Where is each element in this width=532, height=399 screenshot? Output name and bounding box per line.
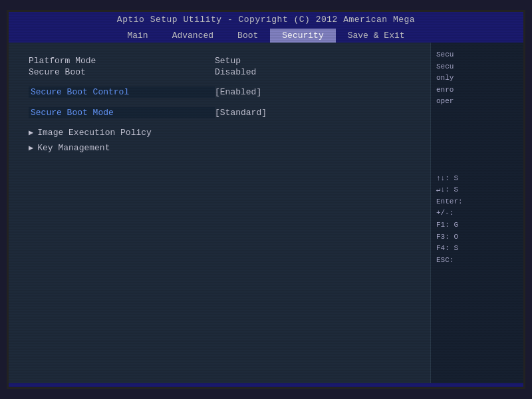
key-plusminus: +/-: [436, 207, 518, 219]
sidebar-line-3: only [436, 72, 518, 84]
sidebar-line-2: Secu [436, 61, 518, 73]
image-execution-label: Image Execution Policy [37, 128, 152, 138]
header-bar: Aptio Setup Utility - Copyright (C) 2012… [9, 12, 523, 27]
sidebar-keys: ↑↓: S ↵↓: S Enter: +/-: F1: G F3: O F4: … [436, 173, 518, 267]
key-enter2: Enter: [436, 196, 518, 208]
key-updown: ↑↓: S [436, 173, 518, 185]
header-title: Aptio Setup Utility - Copyright (C) 2012… [117, 15, 415, 25]
help-bar [9, 383, 523, 387]
key-f1: F1: G [436, 219, 518, 231]
secure-boot-control-value: [Enabled] [215, 87, 261, 97]
key-enter: ↵↓: S [436, 184, 518, 196]
key-f4: F4: S [436, 243, 518, 255]
platform-mode-value: Setup [215, 56, 241, 66]
secure-boot-control-label: Secure Boot Control [29, 86, 215, 98]
tab-save-exit[interactable]: Save & Exit [336, 29, 417, 43]
secure-boot-value: Disabled [215, 67, 256, 77]
sidebar-line-4: enro [436, 84, 518, 96]
key-management-label: Key Management [37, 143, 110, 153]
main-content: Platform Mode Setup Secure Boot Disabled… [9, 43, 523, 383]
platform-mode-row: Platform Mode Setup [29, 56, 417, 66]
bios-screen: Aptio Setup Utility - Copyright (C) 2012… [7, 10, 525, 389]
sidebar-line-5: oper [436, 96, 518, 108]
key-management-arrow: ▶ [29, 143, 33, 153]
secure-boot-mode-value: [Standard] [215, 108, 267, 118]
tab-advanced[interactable]: Advanced [160, 29, 225, 43]
secure-boot-label: Secure Boot [29, 67, 215, 77]
tab-security[interactable]: Security [270, 29, 335, 43]
secure-boot-control-row[interactable]: Secure Boot Control [Enabled] [29, 86, 417, 98]
right-sidebar: Secu Secu only enro oper ↑↓: S ↵↓: S Ent… [430, 43, 523, 383]
key-management-row[interactable]: ▶ Key Management [29, 143, 417, 153]
secure-boot-mode-row[interactable]: Secure Boot Mode [Standard] [29, 107, 417, 118]
secure-boot-row: Secure Boot Disabled [29, 67, 417, 77]
key-esc: ESC: [436, 255, 518, 267]
image-execution-policy-row[interactable]: ▶ Image Execution Policy [29, 128, 417, 138]
tab-boot[interactable]: Boot [225, 29, 270, 43]
secure-boot-mode-label: Secure Boot Mode [29, 107, 215, 118]
tab-main[interactable]: Main [115, 29, 160, 43]
tab-bar: Main Advanced Boot Security Save & Exit [9, 27, 523, 43]
image-execution-arrow: ▶ [29, 128, 33, 138]
left-panel: Platform Mode Setup Secure Boot Disabled… [9, 43, 430, 383]
platform-mode-label: Platform Mode [29, 56, 215, 66]
key-f3: F3: O [436, 231, 518, 243]
sidebar-line-1: Secu [436, 49, 518, 61]
